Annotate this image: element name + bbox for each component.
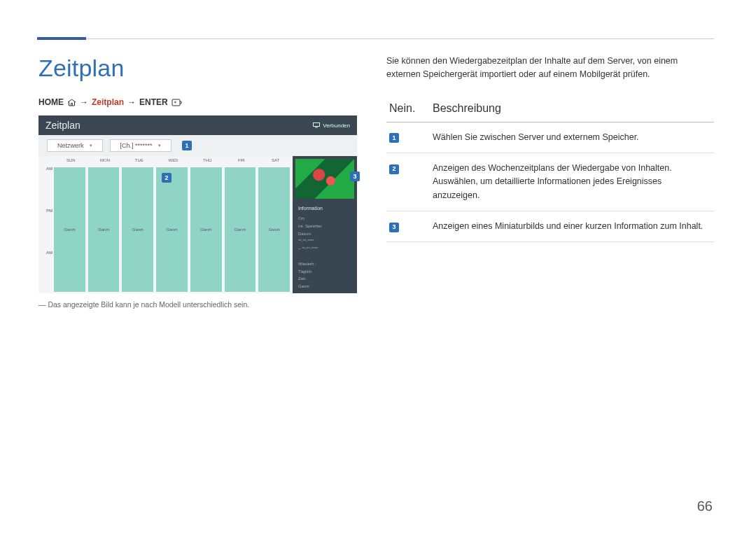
info-panel: Information Ort:Int. SpeicherDatum:**-**… <box>293 156 357 293</box>
info-line <box>298 253 351 260</box>
day-column[interactable]: Ganzt <box>88 167 120 292</box>
callout-2: 2 <box>162 173 172 183</box>
info-line: Ort: <box>298 215 351 223</box>
arrow-icon: → <box>127 97 136 107</box>
nav-mid: Zeitplan <box>92 97 124 107</box>
info-heading: Information <box>298 204 351 213</box>
page-title: Zeitplan <box>38 55 357 82</box>
day-column[interactable]: Ganzt <box>54 167 85 292</box>
home-icon <box>67 97 76 107</box>
svg-rect-0 <box>172 99 180 106</box>
info-line: **-**-**** <box>298 237 351 245</box>
channel-dropdown[interactable]: [Ch.] *******▾ <box>110 139 172 152</box>
breadcrumb: HOME → Zeitplan → ENTER <box>38 97 357 107</box>
callout-3: 3 <box>350 171 360 181</box>
day-header: TUE <box>122 156 156 166</box>
day-header: FRI <box>225 156 259 166</box>
nav-enter: ENTER <box>139 97 168 107</box>
day-header: MON <box>88 156 122 166</box>
th-no: Nein. <box>386 98 430 122</box>
connected-status: Verbunden <box>313 122 350 129</box>
footnote: Das angezeigte Bild kann je nach Modell … <box>38 300 357 309</box>
row-badge: 1 <box>389 133 399 143</box>
mock-toolbar: Netzwerk▾ [Ch.] *******▾ 1 <box>38 135 357 156</box>
chevron-down-icon: ▾ <box>90 143 92 148</box>
week-grid[interactable]: SUNMONTUEWEDTHUFRISAT AMPMAM GanztGanztG… <box>38 156 293 293</box>
info-line: ~ **-**-**** <box>298 245 351 253</box>
enter-icon <box>172 97 182 107</box>
page-number: 66 <box>697 498 713 514</box>
table-row: 3Anzeigen eines Miniaturbilds und einer … <box>386 211 714 242</box>
chevron-down-icon: ▾ <box>158 143 161 148</box>
day-header: THU <box>190 156 225 166</box>
row-badge: 3 <box>389 223 399 232</box>
svg-rect-1 <box>314 123 320 127</box>
info-line: Wiederh.: <box>298 260 351 268</box>
row-badge: 2 <box>389 164 399 174</box>
screenshot-mock: Zeitplan Verbunden Netzwerk▾ [Ch.] *****… <box>38 115 357 292</box>
hour-label: AM <box>38 166 52 208</box>
info-line: Ganzt <box>298 283 351 290</box>
info-line: Datum: <box>298 230 351 238</box>
network-dropdown[interactable]: Netzwerk▾ <box>47 139 103 152</box>
thumbnail-image <box>295 159 354 199</box>
day-column[interactable]: Ganzt <box>258 167 290 292</box>
th-desc: Beschreibung <box>430 98 714 122</box>
callout-1: 1 <box>182 141 192 150</box>
info-line: Int. Speicher <box>298 223 351 230</box>
day-column[interactable]: Ganzt <box>122 167 153 292</box>
day-header: WED <box>156 156 190 166</box>
description-table: Nein. Beschreibung 1Wählen Sie zwischen … <box>386 98 714 243</box>
mock-title: Zeitplan <box>46 120 80 131</box>
table-row: 2Anzeigen des Wochenzeitplans der Wieder… <box>386 153 714 211</box>
info-line: Zeit: <box>298 275 351 283</box>
hour-label: AM <box>38 250 52 292</box>
day-header: SUN <box>54 156 88 166</box>
hour-label: PM <box>38 208 52 250</box>
row-desc: Wählen Sie zwischen Server und externem … <box>430 122 714 153</box>
nav-home: HOME <box>38 97 64 107</box>
day-column[interactable]: Ganzt <box>225 167 256 292</box>
day-column[interactable]: Ganzt <box>156 167 188 292</box>
monitor-icon <box>313 122 320 128</box>
intro-text: Sie können den Wiedergabezeitplan der In… <box>386 55 714 81</box>
table-row: 1Wählen Sie zwischen Server und externem… <box>386 122 714 153</box>
row-desc: Anzeigen des Wochenzeitplans der Wiederg… <box>430 153 714 211</box>
day-header: SAT <box>258 156 293 166</box>
arrow-icon: → <box>80 97 88 107</box>
info-line: Täglich <box>298 268 351 276</box>
row-desc: Anzeigen eines Miniaturbilds und einer k… <box>430 211 714 242</box>
day-column[interactable]: Ganzt <box>190 167 222 292</box>
